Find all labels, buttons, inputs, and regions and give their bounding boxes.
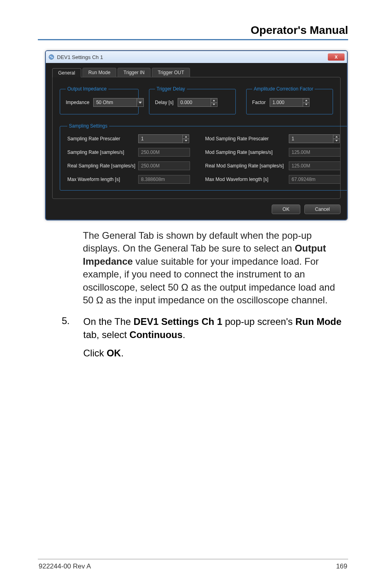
amplitude-correction-legend: Amplitude Correction Factor <box>252 86 315 92</box>
trigger-delay-group: Trigger Delay Delay [s] <box>149 86 236 114</box>
chevron-up-icon <box>305 100 308 101</box>
delay-spinner[interactable] <box>178 98 217 107</box>
factor-input[interactable] <box>270 98 303 107</box>
sampling-rate-prescaler-label: Sampling Rate Prescaler <box>67 136 138 142</box>
paragraph-general-tab: The General Tab is shown by default when… <box>83 229 348 307</box>
chevron-down-icon <box>305 104 308 105</box>
factor-spinner[interactable] <box>270 98 309 107</box>
header-rule <box>38 39 348 40</box>
mod-prescaler-up-button[interactable] <box>333 134 340 139</box>
amplitude-correction-group: Amplitude Correction Factor Factor <box>246 86 333 114</box>
chevron-down-icon <box>335 140 338 142</box>
close-button[interactable]: X <box>328 53 345 61</box>
mod-sampling-rate-label: Mod Sampling Rate [samples/s] <box>205 149 289 155</box>
sampling-rate-label: Sampling Rate [samples/s] <box>67 149 138 155</box>
footer-doc-number: 922244-00 Rev A <box>39 562 91 570</box>
delay-label: Delay [s] <box>155 100 174 105</box>
tab-general[interactable]: General <box>52 68 81 77</box>
step-5-number: 5. <box>62 315 83 360</box>
chevron-up-icon <box>335 136 338 138</box>
mod-sampling-rate-value: 125.00M <box>289 148 341 157</box>
sampling-rate-value: 250.00M <box>138 148 190 157</box>
real-mod-sampling-rate-label: Real Mod Sampling Rate [samples/s] <box>205 163 289 169</box>
impedance-select[interactable] <box>93 98 144 107</box>
delay-up-button[interactable] <box>211 98 217 102</box>
output-impedance-group: Output Impedance Impedance <box>60 86 139 114</box>
tab-trigger-out[interactable]: Trigger OUT <box>152 68 190 77</box>
step-5-text: On the The DEV1 Settings Ch 1 pop-up scr… <box>83 315 348 341</box>
footer-rule <box>38 559 348 559</box>
mod-sampling-rate-prescaler-spinner[interactable] <box>289 134 341 143</box>
sampling-rate-prescaler-input[interactable] <box>138 134 183 143</box>
tab-trigger-in[interactable]: Trigger IN <box>118 68 151 77</box>
sampling-rate-prescaler-spinner[interactable] <box>138 134 190 143</box>
chevron-up-icon <box>185 136 187 138</box>
footer-page-number: 169 <box>336 562 347 570</box>
sampling-settings-group: Sampling Settings Sampling Rate Prescale… <box>60 123 348 191</box>
trigger-delay-legend: Trigger Delay <box>155 86 187 92</box>
prescaler-down-button[interactable] <box>183 139 189 143</box>
dialog-body: General Run Mode Trigger IN Trigger OUT … <box>46 63 347 220</box>
app-icon <box>48 54 55 60</box>
mod-sampling-rate-prescaler-label: Mod Sampling Rate Prescaler <box>205 136 289 142</box>
mod-prescaler-down-button[interactable] <box>333 139 340 143</box>
dialog-button-row: OK Cancel <box>52 205 341 214</box>
titlebar: DEV1 Settings Ch 1 X <box>46 51 347 63</box>
settings-dialog: DEV1 Settings Ch 1 X General Run Mode Tr… <box>45 50 348 220</box>
mod-sampling-rate-prescaler-input[interactable] <box>289 134 333 143</box>
real-sampling-rate-value: 250.00M <box>138 161 190 170</box>
step-5: 5. On the The DEV1 Settings Ch 1 pop-up … <box>62 315 348 360</box>
delay-input[interactable] <box>178 98 211 107</box>
chevron-down-icon <box>213 104 215 105</box>
real-sampling-rate-label: Real Sampling Rate [samples/s] <box>67 163 138 169</box>
impedance-value[interactable] <box>93 98 137 107</box>
impedance-label: Impedance <box>66 100 89 105</box>
factor-label: Factor <box>252 100 266 105</box>
sampling-settings-legend: Sampling Settings <box>67 123 109 129</box>
real-mod-sampling-rate-value: 125.00M <box>289 161 341 170</box>
prescaler-up-button[interactable] <box>183 134 189 139</box>
dialog-title: DEV1 Settings Ch 1 <box>57 54 328 60</box>
page-footer: 922244-00 Rev A 169 <box>38 559 348 572</box>
cancel-button[interactable]: Cancel <box>304 205 341 214</box>
tabs: General Run Mode Trigger IN Trigger OUT <box>52 68 341 77</box>
ok-button[interactable]: OK <box>272 205 300 214</box>
chevron-up-icon <box>213 100 215 101</box>
impedance-dropdown-button[interactable] <box>137 98 144 107</box>
tab-run-mode[interactable]: Run Mode <box>82 68 116 77</box>
max-mod-waveform-length-label: Max Mod Waveform length [s] <box>205 177 289 182</box>
max-mod-waveform-length-value: 67.09248m <box>289 175 341 184</box>
chevron-down-icon <box>139 102 142 104</box>
step-5-click-ok: Click OK. <box>83 347 348 360</box>
tab-content-general: Output Impedance Impedance Trigger Delay <box>52 77 341 199</box>
max-waveform-length-label: Max Waveform length [s] <box>67 177 138 182</box>
factor-up-button[interactable] <box>303 98 309 102</box>
chevron-down-icon <box>185 140 187 142</box>
max-waveform-length-value: 8.388608m <box>138 175 190 184</box>
output-impedance-legend: Output Impedance <box>66 86 108 92</box>
factor-down-button[interactable] <box>303 102 309 107</box>
close-icon: X <box>335 55 337 59</box>
delay-down-button[interactable] <box>211 102 217 107</box>
page-header-title: Operator's Manual <box>38 24 348 37</box>
